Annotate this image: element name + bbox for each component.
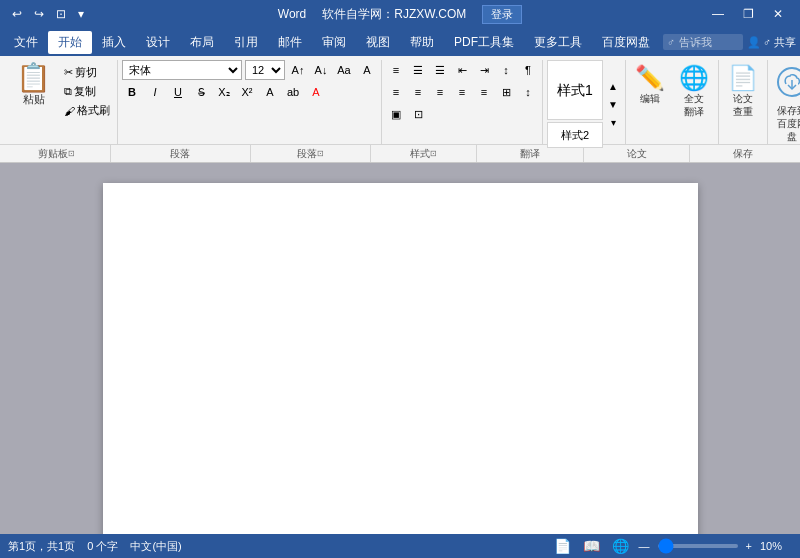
close-button[interactable]: ✕ [764, 3, 792, 25]
change-case-button[interactable]: A [357, 60, 377, 80]
para-expand-icon[interactable]: ⊡ [317, 149, 324, 158]
software-info: 软件自学网：RJZXW.COM [322, 6, 466, 23]
cut-button[interactable]: ✂ 剪切 [61, 64, 113, 81]
share-icon: 👤 [747, 36, 761, 49]
title-bar: ↩ ↪ ⊡ ▾ Word 软件自学网：RJZXW.COM 登录 — ❐ ✕ [0, 0, 800, 28]
share-button[interactable]: 👤 ♂ 共享 [747, 35, 796, 50]
increase-font-button[interactable]: A↑ [288, 60, 308, 80]
underline-button[interactable]: U [168, 82, 188, 102]
style-heading-button[interactable]: 样式2 [547, 122, 603, 148]
status-right: 📄 📖 🌐 — + 10% [552, 538, 792, 554]
restore-button[interactable]: ❐ [734, 3, 762, 25]
paper-content: 📄 论文查重 [723, 60, 763, 144]
para-row-1: ≡ ☰ ☰ ⇤ ⇥ ↕ ¶ [386, 60, 538, 80]
paste-icon: 📋 [16, 64, 51, 92]
copy-button[interactable]: ⧉ 复制 [61, 83, 113, 100]
font-size-select[interactable]: 12 [245, 60, 285, 80]
style-down-button[interactable]: ▼ [605, 96, 621, 112]
style-expand-icon[interactable]: ⊡ [430, 149, 437, 158]
web-layout-button[interactable]: 🌐 [610, 538, 631, 554]
format-painter-button[interactable]: 🖌 格式刷 [61, 102, 113, 119]
menu-item-help[interactable]: 帮助 [400, 31, 444, 54]
font-color-button[interactable]: A [306, 82, 326, 102]
zoom-slider[interactable] [658, 544, 738, 548]
border-button[interactable]: ⊡ [408, 104, 428, 124]
copy-label: 复制 [74, 84, 96, 99]
menu-item-layout[interactable]: 布局 [180, 31, 224, 54]
cut-icon: ✂ [64, 66, 73, 79]
print-layout-button[interactable]: 📄 [552, 538, 573, 554]
quick-access-more[interactable]: ▾ [74, 5, 88, 23]
redo-button[interactable]: ↪ [30, 5, 48, 23]
ribbon: 📋 粘贴 ✂ 剪切 ⧉ 复制 🖌 格式刷 [0, 56, 800, 163]
bullets-button[interactable]: ≡ [386, 60, 406, 80]
minimize-button[interactable]: — [704, 3, 732, 25]
paste-button[interactable]: 📋 粘贴 [8, 60, 59, 111]
shading-button[interactable]: ▣ [386, 104, 406, 124]
justify-button[interactable]: ≡ [452, 82, 472, 102]
ribbon-bottom: 剪贴板 ⊡ 段落 段落 ⊡ 样式 ⊡ 翻译 论文 保存 [0, 144, 800, 162]
para-content: ≡ ☰ ☰ ⇤ ⇥ ↕ ¶ ≡ ≡ ≡ ≡ ≡ ⊞ ↕ [386, 60, 538, 144]
app-name: Word [278, 7, 306, 21]
font-content: 宋体 12 A↑ A↓ Aa A B I U S̶ X₂ X² [122, 60, 377, 144]
menu-item-more-tools[interactable]: 更多工具 [524, 31, 592, 54]
menu-item-home[interactable]: 开始 [48, 31, 92, 54]
style-normal-button[interactable]: 样式1 [547, 60, 603, 120]
increase-indent-button[interactable]: ⇥ [474, 60, 494, 80]
italic-button[interactable]: I [145, 82, 165, 102]
multilevel-list-button[interactable]: ☰ [430, 60, 450, 80]
align-right-button[interactable]: ≡ [430, 82, 450, 102]
document-page[interactable] [103, 183, 698, 534]
line-spacing-button[interactable]: ↕ [518, 82, 538, 102]
translate-content: ✏️ 编辑 🌐 全文翻译 [630, 60, 714, 144]
bold-button[interactable]: B [122, 82, 142, 102]
align-center-button[interactable]: ≡ [408, 82, 428, 102]
read-mode-button[interactable]: 📖 [581, 538, 602, 554]
document-area[interactable] [0, 163, 800, 534]
font-family-select[interactable]: 宋体 [122, 60, 242, 80]
menu-item-references[interactable]: 引用 [224, 31, 268, 54]
status-left: 第1页，共1页 0 个字 中文(中国) [8, 539, 182, 554]
clipboard-expand-icon[interactable]: ⊡ [68, 149, 75, 158]
column-button[interactable]: ⊞ [496, 82, 516, 102]
menu-item-baidu[interactable]: 百度网盘 [592, 31, 660, 54]
align-left-button[interactable]: ≡ [386, 82, 406, 102]
strikethrough-button[interactable]: S̶ [191, 82, 211, 102]
decrease-indent-button[interactable]: ⇤ [452, 60, 472, 80]
paper-check-button[interactable]: 📄 论文查重 [723, 64, 763, 120]
undo-button[interactable]: ↩ [8, 5, 26, 23]
decrease-font-button[interactable]: A↓ [311, 60, 331, 80]
save-baidu-button[interactable]: 保存到百度网盘 [772, 64, 800, 145]
menu-item-insert[interactable]: 插入 [92, 31, 136, 54]
group-label-para: 段落 ⊡ [251, 145, 371, 162]
style-up-button[interactable]: ▲ [605, 78, 621, 94]
group-paper: 📄 论文查重 [719, 60, 768, 144]
text-highlight-button[interactable]: ab [283, 82, 303, 102]
translate-all-button[interactable]: 🌐 全文翻译 [674, 64, 714, 120]
save-quick-button[interactable]: ⊡ [52, 5, 70, 23]
login-button[interactable]: 登录 [482, 5, 522, 24]
title-bar-controls: — ❐ ✕ [704, 3, 792, 25]
menu-item-mailings[interactable]: 邮件 [268, 31, 312, 54]
show-marks-button[interactable]: ¶ [518, 60, 538, 80]
style-expand-button[interactable]: ▾ [605, 114, 621, 130]
superscript-button[interactable]: X² [237, 82, 257, 102]
numbering-button[interactable]: ☰ [408, 60, 428, 80]
edit-tool-button[interactable]: ✏️ 编辑 [630, 64, 670, 107]
menu-item-review[interactable]: 审阅 [312, 31, 356, 54]
clipboard-content: 📋 粘贴 ✂ 剪切 ⧉ 复制 🖌 格式刷 [8, 60, 113, 144]
text-effect-button[interactable]: A [260, 82, 280, 102]
sort-button[interactable]: ↕ [496, 60, 516, 80]
menu-item-file[interactable]: 文件 [4, 31, 48, 54]
clear-format-button[interactable]: Aa [334, 60, 354, 80]
style-content: 样式1 样式2 ▲ ▼ ▾ [547, 60, 621, 148]
menu-item-design[interactable]: 设计 [136, 31, 180, 54]
edit-icon: ✏️ [635, 66, 665, 90]
title-bar-center: Word 软件自学网：RJZXW.COM 登录 [0, 0, 800, 28]
style-normal-preview-text: 样式1 [557, 83, 593, 97]
subscript-button[interactable]: X₂ [214, 82, 234, 102]
justify-chinese-button[interactable]: ≡ [474, 82, 494, 102]
menu-item-view[interactable]: 视图 [356, 31, 400, 54]
menu-item-pdf[interactable]: PDF工具集 [444, 31, 524, 54]
group-label-clipboard: 剪贴板 ⊡ [4, 145, 111, 162]
